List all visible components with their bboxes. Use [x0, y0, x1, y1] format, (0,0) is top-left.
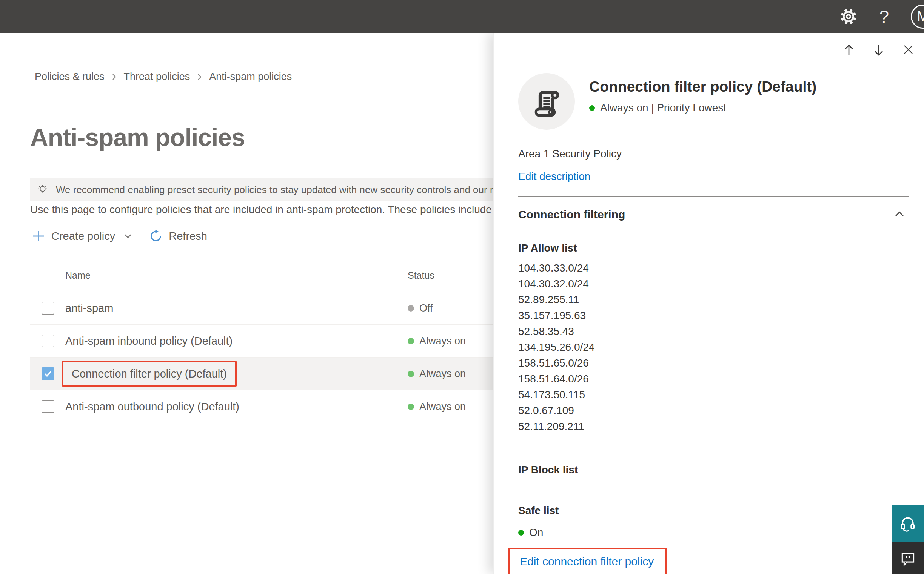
breadcrumb-separator-icon — [197, 72, 202, 82]
support-buttons — [892, 505, 924, 574]
status-label: Always on — [419, 335, 466, 347]
breadcrumb-threat-policies[interactable]: Threat policies — [124, 71, 190, 83]
panel-body: Connection filter policy (Default) Alway… — [518, 70, 909, 574]
policy-name[interactable]: anti-spam — [65, 302, 113, 315]
ip-entry: 35.157.195.63 — [518, 308, 909, 323]
ip-allow-list-title: IP Allow list — [518, 242, 909, 254]
row-checkbox[interactable] — [41, 400, 54, 413]
settings-gear-icon[interactable] — [840, 8, 857, 25]
connection-filtering-section-header[interactable]: Connection filtering — [518, 208, 909, 221]
previous-item-arrow-up-icon[interactable] — [843, 44, 855, 57]
status-badge: Off — [408, 303, 433, 314]
panel-status-line: Always on | Priority Lowest — [589, 102, 816, 114]
status-label: Off — [419, 303, 433, 314]
safe-list-status: On — [518, 527, 909, 539]
section-title: Connection filtering — [518, 208, 625, 221]
policy-description: Area 1 Security Policy — [518, 148, 909, 160]
top-app-bar: ? M — [0, 0, 924, 33]
status-badge: Always on — [408, 401, 466, 413]
status-badge: Always on — [408, 368, 466, 380]
refresh-label: Refresh — [169, 230, 207, 243]
ip-block-list-title: IP Block list — [518, 464, 909, 476]
ip-entry: 52.0.67.109 — [518, 403, 909, 419]
status-dot-on — [518, 530, 524, 536]
ip-entry: 134.195.26.0/24 — [518, 339, 909, 355]
ip-entry: 52.58.35.43 — [518, 323, 909, 339]
breadcrumb: Policies & rules Threat policies Anti-sp… — [35, 71, 292, 83]
refresh-icon — [149, 229, 163, 243]
status-label: Always on — [419, 401, 466, 413]
chevron-down-icon — [123, 231, 133, 241]
lightbulb-icon — [36, 183, 49, 196]
ip-entry: 54.173.50.115 — [518, 387, 909, 403]
ip-entry: 158.51.65.0/26 — [518, 355, 909, 371]
create-policy-label: Create policy — [51, 230, 115, 243]
ip-entry: 52.11.209.211 — [518, 419, 909, 434]
row-checkbox[interactable] — [41, 334, 54, 347]
ip-allow-list: 104.30.33.0/24 104.30.32.0/24 52.89.255.… — [518, 260, 909, 434]
policy-name[interactable]: Connection filter policy (Default) — [72, 368, 227, 380]
highlight-outline: Edit connection filter policy — [508, 547, 666, 574]
plus-icon — [32, 229, 45, 243]
page-title: Anti-spam policies — [30, 123, 245, 151]
edit-connection-filter-policy-link[interactable]: Edit connection filter policy — [520, 555, 654, 568]
status-dot-on — [408, 371, 414, 377]
chat-bubble-icon — [899, 550, 916, 566]
create-policy-button[interactable]: Create policy — [32, 229, 133, 243]
next-item-arrow-down-icon[interactable] — [873, 44, 885, 57]
row-checkbox-checked[interactable] — [41, 367, 54, 380]
ip-entry: 52.89.255.11 — [518, 292, 909, 308]
ip-entry: 158.51.64.0/26 — [518, 371, 909, 387]
feedback-chat-button[interactable] — [892, 542, 924, 574]
row-checkbox[interactable] — [41, 302, 54, 315]
policy-name[interactable]: Anti-spam inbound policy (Default) — [65, 335, 233, 347]
panel-status-text: Always on | Priority Lowest — [600, 102, 726, 114]
policy-scroll-icon — [518, 73, 575, 130]
panel-nav — [843, 44, 914, 57]
ip-entry: 104.30.32.0/24 — [518, 276, 909, 292]
refresh-button[interactable]: Refresh — [149, 229, 207, 243]
status-dot-on — [408, 338, 414, 344]
headset-icon — [899, 515, 916, 533]
status-label: Always on — [419, 368, 466, 380]
account-avatar[interactable]: M — [911, 5, 924, 29]
edit-description-link[interactable]: Edit description — [518, 170, 590, 182]
page-intro-text: Use this page to configure policies that… — [30, 203, 492, 216]
close-icon[interactable] — [902, 44, 914, 57]
ip-entry: 104.30.33.0/24 — [518, 260, 909, 276]
column-header-status[interactable]: Status — [408, 270, 434, 281]
panel-header: Connection filter policy (Default) Alway… — [518, 70, 909, 130]
policy-details-panel: Connection filter policy (Default) Alway… — [493, 33, 924, 574]
safe-list-title: Safe list — [518, 505, 909, 517]
support-headset-button[interactable] — [892, 505, 924, 542]
highlight-outline: Connection filter policy (Default) — [62, 361, 237, 386]
safe-list-status-label: On — [529, 527, 543, 539]
panel-title: Connection filter policy (Default) — [589, 79, 816, 95]
divider — [518, 196, 909, 197]
status-badge: Always on — [408, 335, 466, 347]
chevron-up-icon[interactable] — [894, 209, 905, 220]
status-dot-off — [408, 305, 414, 312]
breadcrumb-policies-rules[interactable]: Policies & rules — [35, 71, 104, 83]
policy-name[interactable]: Anti-spam outbound policy (Default) — [65, 401, 239, 413]
help-icon[interactable]: ? — [879, 8, 889, 25]
toolbar: Create policy Refresh — [32, 229, 207, 243]
column-header-name[interactable]: Name — [65, 270, 90, 281]
status-dot-on — [408, 404, 414, 410]
breadcrumb-anti-spam-policies[interactable]: Anti-spam policies — [209, 71, 292, 83]
banner-text: We recommend enabling preset security po… — [56, 184, 531, 196]
status-dot-on — [589, 105, 595, 111]
breadcrumb-separator-icon — [111, 72, 117, 82]
